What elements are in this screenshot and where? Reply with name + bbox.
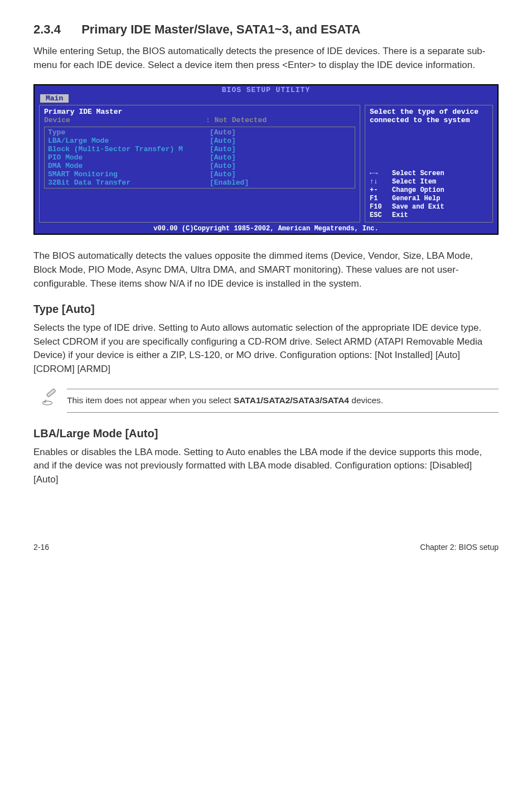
section-heading: 2.3.4 Primary IDE Master/Slave, SATA1~3,… [33, 22, 499, 37]
bios-right-panel: Select the type of device connected to t… [365, 105, 493, 223]
bios-device-row: Device : Not Detected [44, 116, 355, 124]
bios-key-desc: Select Screen [392, 170, 444, 178]
svg-rect-1 [46, 389, 56, 397]
bios-row-value: [Auto] [210, 170, 236, 178]
bios-row-label: 32Bit Data Transfer [48, 178, 210, 187]
pencil-note-icon [33, 389, 67, 410]
note-text: This item does not appear when you selec… [67, 389, 499, 413]
bios-screenshot: BIOS SETUP UTILITY Main Primary IDE Mast… [33, 84, 499, 235]
footer-chapter: Chapter 2: BIOS setup [420, 543, 499, 552]
bios-row-value: [Auto] [210, 128, 236, 137]
section-number: 2.3.4 [33, 22, 78, 37]
bios-key-desc: Exit [392, 211, 408, 220]
bios-row-value: [Auto] [210, 137, 236, 145]
bios-utility-title: BIOS SETUP UTILITY [35, 85, 497, 94]
bios-key-desc: Save and Exit [392, 203, 444, 211]
bios-row-label: SMART Monitoring [48, 170, 210, 178]
bios-key: F1 [370, 195, 392, 203]
page-footer: 2-16 Chapter 2: BIOS setup [33, 543, 499, 552]
bios-row-type: Type [Auto] [48, 128, 351, 137]
note-bold: SATA1/SATA2/SATA3/SATA4 [234, 395, 349, 405]
bios-key: +- [370, 186, 392, 195]
bios-row-value: [Auto] [210, 162, 236, 170]
bios-row-label: PIO Mode [48, 153, 210, 162]
bios-key-desc: Change Option [392, 186, 444, 195]
bios-row-value: [Auto] [210, 153, 236, 162]
bios-key: F10 [370, 203, 392, 211]
lba-title: LBA/Large Mode [Auto] [33, 427, 499, 440]
bios-settings-box: Type [Auto] LBA/Large Mode [Auto] Block … [44, 127, 355, 189]
bios-row-smart: SMART Monitoring [Auto] [48, 170, 351, 178]
bios-left-header: Primary IDE Master [44, 108, 355, 116]
bios-row-value: [Auto] [210, 145, 236, 153]
lba-body: Enables or disables the LBA mode. Settin… [33, 446, 499, 487]
note-row: This item does not appear when you selec… [33, 389, 499, 413]
bios-key-desc: General Help [392, 195, 440, 203]
bios-key: ↑↓ [370, 178, 392, 186]
bios-row-label: Type [48, 128, 210, 137]
bios-device-label: Device [44, 116, 206, 124]
bios-device-value: : Not Detected [206, 116, 267, 124]
bios-row-pio: PIO Mode [Auto] [48, 153, 351, 162]
bios-left-panel: Primary IDE Master Device : Not Detected… [39, 105, 360, 223]
post-bios-paragraph: The BIOS automatically detects the value… [33, 249, 499, 291]
bios-row-32bit: 32Bit Data Transfer [Enabled] [48, 178, 351, 187]
bios-key-desc: Select Item [392, 178, 436, 186]
note-suffix: devices. [349, 395, 383, 405]
note-prefix: This item does not appear when you selec… [67, 395, 234, 405]
bios-key-legend: ←→Select Screen ↑↓Select Item +-Change O… [370, 170, 488, 220]
footer-page-number: 2-16 [33, 543, 49, 552]
bios-row-block: Block (Multi-Sector Transfer) M [Auto] [48, 145, 351, 153]
bios-row-label: LBA/Large Mode [48, 137, 210, 145]
type-auto-title: Type [Auto] [33, 303, 499, 316]
bios-row-label: Block (Multi-Sector Transfer) M [48, 145, 210, 153]
bios-row-lba: LBA/Large Mode [Auto] [48, 137, 351, 145]
bios-row-value: [Enabled] [210, 178, 249, 187]
bios-main-tab: Main [40, 94, 69, 103]
type-auto-body: Selects the type of IDE drive. Setting t… [33, 321, 499, 376]
intro-paragraph: While entering Setup, the BIOS automatic… [33, 45, 499, 72]
bios-key: ←→ [370, 170, 392, 178]
bios-row-dma: DMA Mode [Auto] [48, 162, 351, 170]
bios-help-text: Select the type of device connected to t… [370, 108, 488, 124]
section-title-text: Primary IDE Master/Slave, SATA1~3, and E… [81, 22, 360, 36]
bios-copyright: v00.00 (C)Copyright 1985-2002, American … [35, 225, 497, 234]
bios-row-label: DMA Mode [48, 162, 210, 170]
bios-key: ESC [370, 211, 392, 220]
